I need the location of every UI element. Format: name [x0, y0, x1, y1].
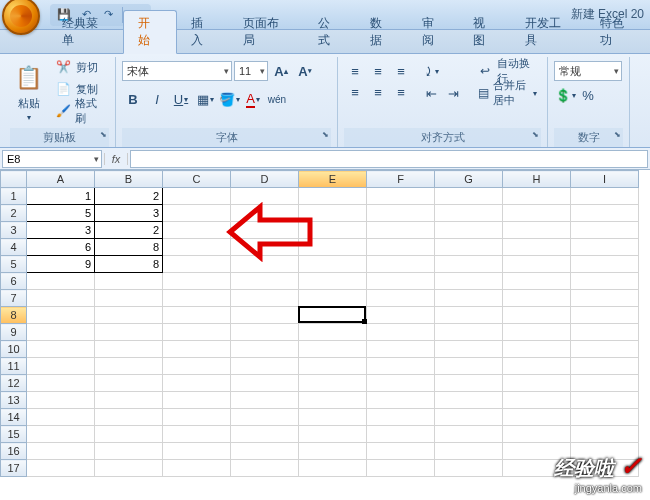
- align-middle-icon[interactable]: ≡: [367, 61, 389, 81]
- row-header[interactable]: 17: [1, 460, 27, 477]
- row-header[interactable]: 2: [1, 205, 27, 222]
- cell[interactable]: [27, 392, 95, 409]
- phonetic-button[interactable]: wén: [266, 89, 288, 109]
- row-header[interactable]: 8: [1, 307, 27, 324]
- cell[interactable]: [571, 307, 639, 324]
- cell[interactable]: [299, 358, 367, 375]
- tab-home[interactable]: 开始: [123, 10, 177, 54]
- cell[interactable]: [231, 460, 299, 477]
- cell[interactable]: [435, 188, 503, 205]
- cell[interactable]: [299, 409, 367, 426]
- cell[interactable]: [95, 392, 163, 409]
- cell[interactable]: [299, 341, 367, 358]
- cell[interactable]: [299, 460, 367, 477]
- cell[interactable]: 6: [27, 239, 95, 256]
- cell[interactable]: [27, 290, 95, 307]
- cell[interactable]: [299, 205, 367, 222]
- cell[interactable]: [367, 443, 435, 460]
- row-header[interactable]: 10: [1, 341, 27, 358]
- cell[interactable]: [231, 307, 299, 324]
- cell[interactable]: [163, 324, 231, 341]
- cell[interactable]: [503, 358, 571, 375]
- cell[interactable]: [571, 375, 639, 392]
- column-header[interactable]: C: [163, 171, 231, 188]
- cell[interactable]: [367, 375, 435, 392]
- cell[interactable]: [571, 188, 639, 205]
- font-color-button[interactable]: A: [242, 89, 264, 109]
- cell[interactable]: [435, 239, 503, 256]
- cell[interactable]: [503, 290, 571, 307]
- decrease-font-icon[interactable]: A▾: [294, 61, 316, 81]
- cell[interactable]: [367, 341, 435, 358]
- cell[interactable]: [367, 222, 435, 239]
- cell[interactable]: [163, 188, 231, 205]
- cell[interactable]: [95, 273, 163, 290]
- cell[interactable]: 2: [95, 222, 163, 239]
- cell[interactable]: [435, 375, 503, 392]
- cell[interactable]: [435, 341, 503, 358]
- cell[interactable]: [435, 290, 503, 307]
- cell[interactable]: [367, 358, 435, 375]
- underline-button[interactable]: U: [170, 89, 192, 109]
- column-header[interactable]: F: [367, 171, 435, 188]
- cell[interactable]: [231, 443, 299, 460]
- cell[interactable]: [231, 290, 299, 307]
- cell[interactable]: [231, 222, 299, 239]
- cell[interactable]: [571, 426, 639, 443]
- cell[interactable]: 3: [27, 222, 95, 239]
- cell[interactable]: [95, 443, 163, 460]
- cell[interactable]: [299, 307, 367, 324]
- cell[interactable]: 9: [27, 256, 95, 273]
- cell[interactable]: [95, 409, 163, 426]
- cell[interactable]: [163, 307, 231, 324]
- cell[interactable]: 1: [27, 188, 95, 205]
- cell[interactable]: [503, 324, 571, 341]
- cell[interactable]: [231, 205, 299, 222]
- row-header[interactable]: 9: [1, 324, 27, 341]
- cell[interactable]: [435, 307, 503, 324]
- cell[interactable]: [163, 290, 231, 307]
- tab-insert[interactable]: 插入: [177, 11, 229, 53]
- align-center-icon[interactable]: ≡: [367, 82, 389, 102]
- cell[interactable]: [231, 273, 299, 290]
- cell[interactable]: [571, 290, 639, 307]
- cell[interactable]: [435, 256, 503, 273]
- cell[interactable]: [27, 443, 95, 460]
- cell[interactable]: [231, 188, 299, 205]
- cut-button[interactable]: ✂️ 剪切: [52, 57, 109, 77]
- percent-button[interactable]: %: [577, 85, 599, 105]
- cell[interactable]: [299, 239, 367, 256]
- cell[interactable]: [299, 256, 367, 273]
- column-header[interactable]: H: [503, 171, 571, 188]
- cell[interactable]: [231, 358, 299, 375]
- cell[interactable]: [503, 392, 571, 409]
- increase-indent-icon[interactable]: ⇥: [442, 83, 464, 103]
- orientation-button[interactable]: ⤸: [420, 61, 442, 81]
- cell[interactable]: [435, 460, 503, 477]
- increase-font-icon[interactable]: A▴: [270, 61, 292, 81]
- select-all-corner[interactable]: [1, 171, 27, 188]
- column-header[interactable]: D: [231, 171, 299, 188]
- cell[interactable]: [231, 392, 299, 409]
- column-header[interactable]: A: [27, 171, 95, 188]
- font-name-combo[interactable]: 宋体: [122, 61, 232, 81]
- cell[interactable]: [435, 392, 503, 409]
- cell[interactable]: [163, 375, 231, 392]
- cell[interactable]: [367, 239, 435, 256]
- cell[interactable]: 2: [95, 188, 163, 205]
- cell[interactable]: [27, 460, 95, 477]
- cell[interactable]: [95, 341, 163, 358]
- column-header[interactable]: G: [435, 171, 503, 188]
- cell[interactable]: [27, 341, 95, 358]
- cell[interactable]: [367, 290, 435, 307]
- cell[interactable]: [95, 358, 163, 375]
- row-header[interactable]: 12: [1, 375, 27, 392]
- cell[interactable]: [299, 375, 367, 392]
- row-header[interactable]: 3: [1, 222, 27, 239]
- fill-color-button[interactable]: 🪣: [218, 89, 240, 109]
- cell[interactable]: [571, 358, 639, 375]
- cell[interactable]: [571, 392, 639, 409]
- cell[interactable]: [95, 324, 163, 341]
- office-button[interactable]: [2, 0, 40, 35]
- cell[interactable]: [503, 222, 571, 239]
